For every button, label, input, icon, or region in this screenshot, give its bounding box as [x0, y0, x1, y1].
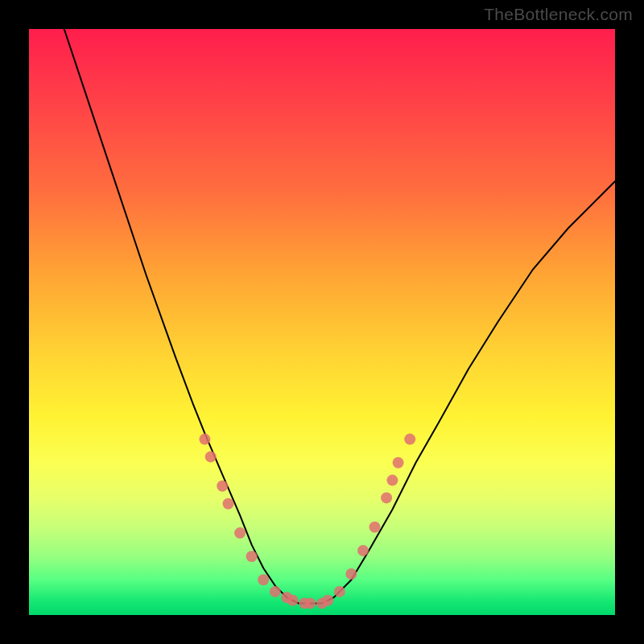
- sample-dot: [386, 475, 398, 486]
- sample-dot: [246, 551, 258, 562]
- bottleneck-curve: [64, 29, 615, 603]
- sample-dot: [270, 586, 281, 597]
- dots-group: [199, 434, 415, 609]
- sample-dot: [223, 498, 234, 510]
- sample-dot: [357, 545, 369, 556]
- chart-frame: TheBottleneck.com: [0, 0, 644, 644]
- sample-dot: [404, 434, 415, 445]
- sample-dot: [258, 574, 269, 585]
- sample-dot: [234, 527, 246, 539]
- sample-dot: [369, 522, 381, 533]
- sample-dot: [334, 586, 345, 597]
- sample-dot: [345, 568, 357, 580]
- sample-dot: [304, 597, 316, 609]
- sample-dot: [381, 492, 392, 503]
- plot-area: [29, 29, 615, 615]
- watermark-label: TheBottleneck.com: [484, 5, 633, 24]
- sample-dot: [205, 451, 217, 462]
- sample-dot: [287, 595, 299, 606]
- curve-svg: [29, 29, 615, 615]
- sample-dot: [393, 457, 404, 469]
- sample-dot: [217, 481, 228, 492]
- sample-dot: [322, 595, 333, 606]
- sample-dot: [199, 434, 210, 445]
